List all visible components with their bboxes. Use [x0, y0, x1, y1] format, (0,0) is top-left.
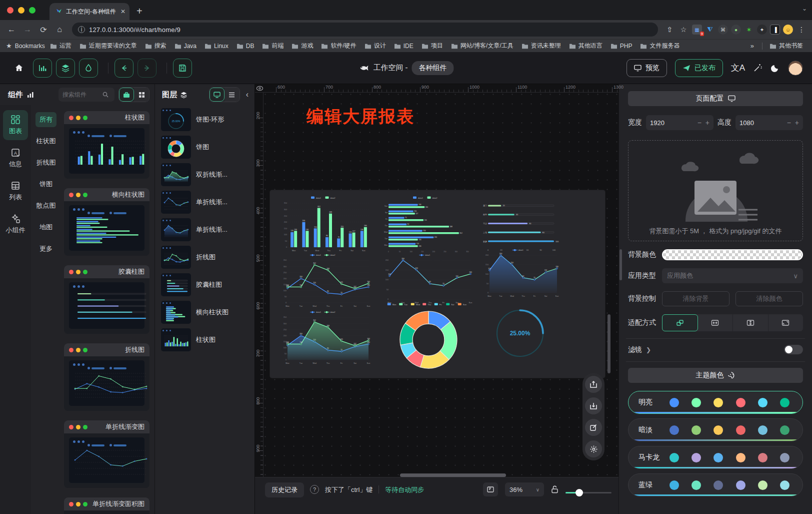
theme-color-button[interactable]: 主题颜色	[628, 368, 803, 383]
bookmark-item[interactable]: 软件/硬件	[318, 41, 359, 51]
list-view-toggle[interactable]	[224, 88, 240, 102]
publish-button[interactable]: 已发布	[675, 59, 723, 77]
sidebar-item-info[interactable]: A信息	[3, 143, 28, 173]
briefcase-view-toggle[interactable]	[119, 88, 134, 102]
tab-close-icon[interactable]: ✕	[120, 8, 126, 15]
donut-pie-chart[interactable]: MonTueWedThuFriSatSun	[381, 301, 476, 371]
chevron-right-icon[interactable]: ❯	[646, 346, 651, 353]
address-bar[interactable]: i 127.0.0.1:3000/#/chart/home/9	[72, 23, 658, 37]
height-input[interactable]	[740, 119, 760, 127]
capsule-bar-chart[interactable]: 厦门20南阳40北京60上海80新疆100020406080100	[480, 196, 561, 252]
theme-row-蓝绿[interactable]: 蓝绿	[628, 473, 803, 496]
component-card[interactable]: 折线图	[64, 343, 150, 411]
theme-row-马卡龙[interactable]: 马卡龙	[628, 446, 803, 469]
slider-knob[interactable]	[576, 489, 583, 496]
extension-command-icon[interactable]: ⌘	[718, 25, 728, 35]
zoom-select[interactable]: 36%∨	[505, 482, 544, 496]
canvas-area[interactable]: 6007008009001000110012001300 20030040050…	[255, 84, 618, 514]
background-upload-dropzone[interactable]: 背景图需小于 5M ， 格式为 png/jpg/gif 的文件	[628, 140, 803, 241]
bookmark-item[interactable]: IDE	[391, 42, 416, 51]
collapse-panel-chevron-icon[interactable]: ‹	[243, 90, 252, 99]
layer-item[interactable]: 柱状图	[161, 328, 250, 351]
extension-star-icon[interactable]: ✶	[744, 25, 754, 35]
undo-button[interactable]	[114, 59, 134, 78]
settings-button[interactable]	[585, 440, 602, 457]
category-item[interactable]: 饼图	[36, 177, 56, 192]
canvas-text-component[interactable]: 编辑大屏报表	[306, 105, 414, 128]
config-scrollbar[interactable]	[620, 249, 622, 280]
site-info-icon[interactable]: i	[78, 26, 85, 33]
category-item[interactable]: 散点图	[32, 198, 60, 213]
bookmark-item[interactable]: DB	[234, 42, 258, 51]
layout-panel-button[interactable]	[483, 482, 498, 496]
ring-progress-chart[interactable]: 25.00%	[484, 304, 556, 360]
width-decrement[interactable]: −	[698, 119, 702, 127]
vertical-scrollbar[interactable]	[608, 314, 610, 373]
layer-item[interactable]: 折线图	[161, 246, 250, 269]
component-card[interactable]: 单折线渐变面积图	[64, 497, 150, 514]
bookmarks-star-icon[interactable]: ★	[6, 42, 12, 50]
category-item[interactable]: 柱状图	[32, 134, 60, 149]
page-config-button[interactable]: 页面配置	[628, 91, 803, 106]
component-card[interactable]: 胶囊柱图	[64, 265, 150, 334]
clear-background-button[interactable]: 清除背景	[662, 291, 730, 306]
fit-height-option[interactable]	[733, 314, 768, 331]
share-icon[interactable]: ⇧	[664, 26, 675, 34]
history-button[interactable]: 历史记录	[265, 482, 304, 497]
bookmark-item[interactable]: 文件服务器	[637, 41, 682, 51]
extension-grid-icon[interactable]: ▦9	[692, 25, 702, 35]
layer-item[interactable]: 单折线渐...	[161, 218, 250, 241]
save-button[interactable]	[173, 59, 192, 78]
tab-overflow-chevron-icon[interactable]: ⌄	[802, 5, 807, 12]
extension-dot-icon[interactable]: ●	[731, 25, 741, 35]
theme-row-暗淡[interactable]: 暗淡	[628, 418, 803, 441]
width-increment[interactable]: +	[706, 119, 710, 127]
sidebar-item-widgets[interactable]: 小组件	[3, 209, 28, 239]
bookmark-item[interactable]: 其他语言	[566, 41, 606, 51]
minimize-window-icon[interactable]	[18, 7, 24, 14]
layer-item[interactable]: 饼图	[161, 136, 250, 159]
reload-icon[interactable]: ⟳	[37, 25, 50, 35]
category-item[interactable]: 所有	[36, 112, 56, 127]
zoom-slider[interactable]	[566, 492, 612, 493]
bookmarks-label[interactable]: Bookmarks	[15, 43, 45, 50]
browser-tab[interactable]: 工作空间-各种组件 ✕	[50, 3, 130, 20]
language-translate-icon[interactable]: 文A	[731, 62, 745, 74]
preview-button[interactable]: 预览	[626, 59, 667, 77]
search-input[interactable]	[62, 91, 100, 98]
close-window-icon[interactable]	[7, 7, 14, 14]
layer-item[interactable]: 横向柱状图	[161, 301, 250, 324]
horizontal-scrollbar[interactable]	[400, 473, 506, 477]
component-search[interactable]	[58, 88, 114, 102]
grid-view-toggle[interactable]	[134, 88, 149, 102]
extension-pin-icon[interactable]: ✦	[757, 25, 767, 35]
help-icon[interactable]: ?	[310, 485, 319, 494]
category-item[interactable]: 地图	[36, 220, 56, 235]
fit-scale-option[interactable]	[662, 314, 698, 331]
component-card[interactable]: 横向柱状图	[64, 188, 150, 256]
back-icon[interactable]: ←	[5, 25, 18, 34]
bookmark-item[interactable]: 设计	[362, 41, 389, 51]
layer-item[interactable]: 25.00%饼图-环形	[161, 108, 250, 131]
magic-wand-icon[interactable]	[753, 63, 762, 73]
app-home-icon[interactable]	[14, 63, 24, 73]
width-input[interactable]	[650, 119, 671, 127]
new-tab-button[interactable]: +	[136, 6, 142, 17]
component-card[interactable]: 柱状图	[64, 111, 150, 179]
bookmark-item[interactable]: 游戏	[288, 41, 316, 51]
horizontal-bar-chart[interactable]: data1data2050100150200250300350Sun130160…	[381, 195, 474, 253]
filter-toggle[interactable]	[784, 345, 803, 354]
bookmark-item[interactable]: Java	[172, 42, 200, 51]
unlock-icon[interactable]	[551, 485, 558, 493]
components-toggle-button[interactable]	[33, 59, 52, 78]
forward-icon[interactable]: →	[21, 25, 34, 34]
maximize-window-icon[interactable]	[29, 7, 36, 14]
user-avatar[interactable]	[788, 61, 803, 76]
extension-drop-icon[interactable]: ⧨	[705, 25, 715, 35]
export-button[interactable]	[585, 376, 602, 393]
home-icon[interactable]: ⌂	[53, 25, 66, 34]
fit-stretch-option[interactable]	[768, 314, 804, 331]
component-card[interactable]: 单折线渐变图	[64, 420, 150, 488]
layer-item[interactable]: 单折线渐...	[161, 191, 250, 214]
other-bookmarks-folder[interactable]: 其他书签	[766, 41, 806, 51]
